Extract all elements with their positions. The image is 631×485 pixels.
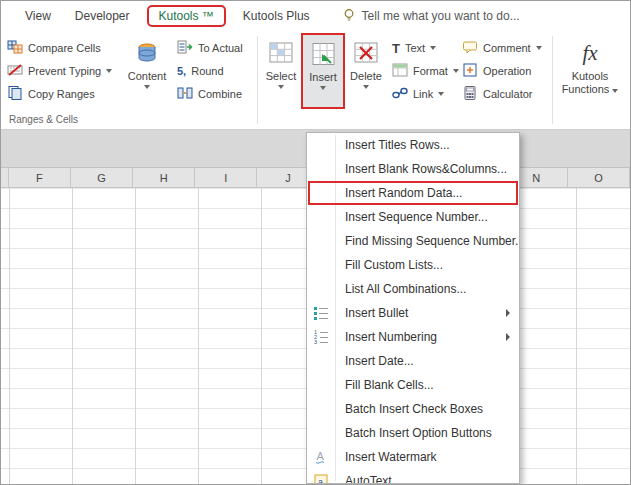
comment-label: Comment [483,42,531,54]
tell-me-box[interactable]: Tell me what you want to do... [342,8,520,25]
kutools-functions-label-line2: Functions [562,83,610,95]
operation-icon [462,62,478,80]
link-button[interactable]: Link [390,83,461,105]
copy-ranges-button[interactable]: Copy Ranges [5,83,114,105]
menu-item-label: Insert Date... [345,354,414,368]
ribbon-kutools: Compare Cells Prevent Typing Copy Ranges… [1,31,630,130]
fx-icon: fx [582,37,597,69]
column-header-o[interactable]: O [568,168,630,187]
menu-item-list-all-combinations[interactable]: List All Combinations... [307,277,519,301]
column-header-i[interactable]: I [195,168,257,187]
convert-small-group: To Actual 5, Round Combine [175,37,245,105]
ribbon-group-label: Ranges & Cells [9,114,78,125]
chevron-down-icon [612,89,618,93]
menu-item-label: Insert Numbering [345,330,437,344]
insert-dropdown-menu: Insert Titles Rows... Insert Blank Rows&… [306,132,520,484]
calculator-label: Calculator [483,88,533,100]
text-label: Text [405,42,425,54]
round-button[interactable]: 5, Round [175,60,245,82]
to-actual-button[interactable]: To Actual [175,37,245,59]
select-button[interactable]: Select [262,34,300,108]
chevron-down-icon [536,46,542,50]
ribbon-separator [257,36,258,124]
format-icon [392,62,408,80]
delete-label: Delete [350,70,382,82]
menu-item-fill-custom-lists[interactable]: Fill Custom Lists... [307,253,519,277]
kutools-functions-button[interactable]: fx Kutools Functions [558,34,622,108]
svg-text:A: A [317,450,325,462]
tab-kutools-plus[interactable]: Kutools Plus [231,4,322,28]
column-header-g[interactable]: G [71,168,133,187]
menu-item-insert-random-data[interactable]: Insert Random Data... [307,181,519,205]
comment-icon [462,39,478,57]
menu-item-fill-blank-cells[interactable]: Fill Blank Cells... [307,373,519,397]
svg-text:3: 3 [314,339,317,345]
column-header-f[interactable]: F [9,168,71,187]
chevron-down-icon [430,46,436,50]
prevent-typing-button[interactable]: Prevent Typing [5,60,114,82]
menu-item-label: AutoText [345,474,392,484]
menu-item-batch-insert-option-buttons[interactable]: Batch Insert Option Buttons [307,421,519,445]
content-label: Content [128,70,167,82]
to-actual-icon [177,39,193,57]
lightbulb-icon [342,8,356,25]
compare-cells-button[interactable]: Compare Cells [5,37,114,59]
menu-item-insert-date[interactable]: Insert Date... [307,349,519,373]
insert-label: Insert [309,71,337,83]
operation-button[interactable]: Operation [460,60,544,82]
menu-item-autotext[interactable]: a AutoText [307,469,519,484]
select-label: Select [266,70,297,82]
compare-cells-icon [7,39,23,57]
operation-label: Operation [483,65,531,77]
menu-item-insert-sequence-number[interactable]: Insert Sequence Number... [307,205,519,229]
menu-item-insert-bullet[interactable]: Insert Bullet [307,301,519,325]
combine-button[interactable]: Combine [175,83,245,105]
delete-icon [353,37,379,69]
format-button[interactable]: Format [390,60,461,82]
menu-item-insert-blank-rows-columns[interactable]: Insert Blank Rows&Columns... [307,157,519,181]
menu-item-label: Insert Sequence Number... [345,210,488,224]
menu-item-label: Fill Blank Cells... [345,378,434,392]
insert-button[interactable]: Insert [302,34,344,108]
select-icon [268,37,294,69]
content-button[interactable]: Content [125,34,169,108]
compare-cells-label: Compare Cells [28,42,101,54]
combine-label: Combine [198,88,242,100]
tab-kutools[interactable]: Kutools ™ [147,5,226,27]
tab-view[interactable]: View [13,4,63,28]
svg-text:a: a [318,477,323,485]
text-icon: T [392,41,400,56]
menu-item-label: Find Missing Sequence Number... [345,234,520,248]
insert-icon [310,38,336,70]
editing-small-group: T Text Format Link [390,37,461,105]
tab-developer[interactable]: Developer [63,4,142,28]
calculator-icon [462,85,478,103]
menu-item-label: Batch Insert Option Buttons [345,426,492,440]
text-button[interactable]: T Text [390,37,461,59]
round-icon: 5, [177,65,186,77]
chevron-down-icon [438,92,444,96]
submenu-arrow-icon [506,333,510,341]
menu-item-insert-watermark[interactable]: A Insert Watermark [307,445,519,469]
menu-item-label: List All Combinations... [345,282,466,296]
autotext-icon: a [313,473,329,484]
menu-item-label: Insert Blank Rows&Columns... [345,162,507,176]
column-header-h[interactable]: H [133,168,195,187]
comment-button[interactable]: Comment [460,37,544,59]
delete-button[interactable]: Delete [347,34,385,108]
menu-item-insert-numbering[interactable]: 123 Insert Numbering [307,325,519,349]
menu-item-label: Insert Titles Rows... [345,138,450,152]
submenu-arrow-icon [506,309,510,317]
menu-item-label: Insert Bullet [345,306,408,320]
ribbon-separator [552,36,553,124]
calculator-button[interactable]: Calculator [460,83,544,105]
tell-me-text: Tell me what you want to do... [362,9,520,23]
copy-ranges-label: Copy Ranges [28,88,95,100]
chevron-down-icon [363,85,369,89]
menu-item-batch-insert-check-boxes[interactable]: Batch Insert Check Boxes [307,397,519,421]
menu-item-insert-titles-rows[interactable]: Insert Titles Rows... [307,133,519,157]
menu-item-find-missing-sequence-number[interactable]: Find Missing Sequence Number... [307,229,519,253]
link-label: Link [413,88,433,100]
excel-window: View Developer Kutools ™ Kutools Plus Te… [0,0,631,485]
bullet-list-icon [313,305,329,321]
